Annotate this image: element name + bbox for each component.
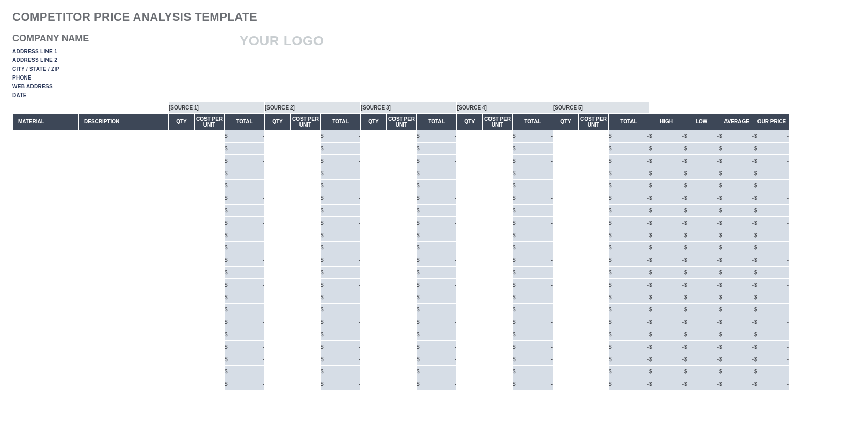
cell-qty[interactable] bbox=[457, 180, 483, 192]
cell-total[interactable]: $- bbox=[321, 143, 361, 155]
cell-average[interactable]: $- bbox=[719, 254, 754, 267]
cell-total[interactable]: $- bbox=[417, 130, 457, 143]
cell-total[interactable]: $- bbox=[225, 254, 265, 267]
logo-placeholder[interactable]: YOUR LOGO bbox=[240, 33, 324, 49]
cell-qty[interactable] bbox=[265, 353, 291, 366]
cell-description[interactable] bbox=[79, 291, 169, 304]
cell-cpu[interactable] bbox=[195, 304, 225, 316]
cell-total[interactable]: $- bbox=[609, 366, 649, 378]
cell-average[interactable]: $- bbox=[719, 291, 754, 304]
cell-total[interactable]: $- bbox=[225, 328, 265, 341]
cell-high[interactable]: $- bbox=[649, 366, 684, 378]
cell-material[interactable] bbox=[13, 167, 79, 180]
cell-qty[interactable] bbox=[457, 366, 483, 378]
cell-qty[interactable] bbox=[361, 353, 387, 366]
cell-our-price[interactable]: $- bbox=[754, 217, 790, 229]
cell-high[interactable]: $- bbox=[649, 180, 684, 192]
cell-total[interactable]: $- bbox=[225, 291, 265, 304]
cell-average[interactable]: $- bbox=[719, 279, 754, 291]
cell-cpu[interactable] bbox=[579, 366, 609, 378]
cell-qty[interactable] bbox=[169, 205, 195, 217]
cell-cpu[interactable] bbox=[387, 341, 417, 353]
cell-total[interactable]: $- bbox=[321, 130, 361, 143]
cell-cpu[interactable] bbox=[195, 205, 225, 217]
cell-total[interactable]: $- bbox=[417, 316, 457, 328]
cell-total[interactable]: $- bbox=[321, 316, 361, 328]
cell-qty[interactable] bbox=[169, 143, 195, 155]
cell-description[interactable] bbox=[79, 192, 169, 205]
cell-total[interactable]: $- bbox=[321, 180, 361, 192]
address-line-2[interactable]: ADDRESS LINE 2 bbox=[12, 56, 240, 65]
cell-qty[interactable] bbox=[553, 378, 579, 390]
cell-low[interactable]: $- bbox=[684, 155, 719, 167]
cell-material[interactable] bbox=[13, 217, 79, 229]
cell-cpu[interactable] bbox=[195, 155, 225, 167]
cell-high[interactable]: $- bbox=[649, 316, 684, 328]
cell-qty[interactable] bbox=[457, 130, 483, 143]
cell-low[interactable]: $- bbox=[684, 130, 719, 143]
cell-total[interactable]: $- bbox=[513, 316, 553, 328]
cell-qty[interactable] bbox=[457, 328, 483, 341]
cell-qty[interactable] bbox=[361, 378, 387, 390]
cell-total[interactable]: $- bbox=[609, 267, 649, 279]
cell-total[interactable]: $- bbox=[225, 130, 265, 143]
cell-our-price[interactable]: $- bbox=[754, 229, 790, 242]
cell-cpu[interactable] bbox=[387, 353, 417, 366]
cell-description[interactable] bbox=[79, 130, 169, 143]
cell-cpu[interactable] bbox=[483, 217, 513, 229]
cell-cpu[interactable] bbox=[195, 130, 225, 143]
cell-qty[interactable] bbox=[457, 217, 483, 229]
cell-total[interactable]: $- bbox=[225, 205, 265, 217]
cell-qty[interactable] bbox=[361, 205, 387, 217]
cell-qty[interactable] bbox=[265, 229, 291, 242]
cell-total[interactable]: $- bbox=[609, 143, 649, 155]
cell-cpu[interactable] bbox=[387, 291, 417, 304]
cell-cpu[interactable] bbox=[579, 328, 609, 341]
cell-cpu[interactable] bbox=[291, 155, 321, 167]
cell-total[interactable]: $- bbox=[609, 291, 649, 304]
cell-cpu[interactable] bbox=[579, 229, 609, 242]
cell-total[interactable]: $- bbox=[225, 242, 265, 254]
cell-cpu[interactable] bbox=[291, 167, 321, 180]
cell-total[interactable]: $- bbox=[321, 217, 361, 229]
cell-total[interactable]: $- bbox=[513, 155, 553, 167]
cell-total[interactable]: $- bbox=[609, 217, 649, 229]
cell-cpu[interactable] bbox=[483, 143, 513, 155]
cell-cpu[interactable] bbox=[483, 205, 513, 217]
cell-total[interactable]: $- bbox=[417, 143, 457, 155]
cell-total[interactable]: $- bbox=[417, 167, 457, 180]
cell-our-price[interactable]: $- bbox=[754, 316, 790, 328]
cell-qty[interactable] bbox=[457, 267, 483, 279]
cell-qty[interactable] bbox=[361, 316, 387, 328]
cell-average[interactable]: $- bbox=[719, 192, 754, 205]
cell-cpu[interactable] bbox=[195, 267, 225, 279]
cell-qty[interactable] bbox=[553, 353, 579, 366]
cell-material[interactable] bbox=[13, 279, 79, 291]
cell-cpu[interactable] bbox=[387, 130, 417, 143]
cell-description[interactable] bbox=[79, 205, 169, 217]
cell-total[interactable]: $- bbox=[225, 353, 265, 366]
cell-qty[interactable] bbox=[265, 155, 291, 167]
source-4-header[interactable]: [SOURCE 4] bbox=[457, 102, 553, 114]
cell-cpu[interactable] bbox=[483, 341, 513, 353]
cell-material[interactable] bbox=[13, 341, 79, 353]
cell-total[interactable]: $- bbox=[513, 180, 553, 192]
cell-high[interactable]: $- bbox=[649, 143, 684, 155]
cell-cpu[interactable] bbox=[291, 291, 321, 304]
cell-qty[interactable] bbox=[169, 341, 195, 353]
cell-total[interactable]: $- bbox=[225, 167, 265, 180]
cell-qty[interactable] bbox=[457, 242, 483, 254]
cell-total[interactable]: $- bbox=[609, 180, 649, 192]
cell-qty[interactable] bbox=[265, 205, 291, 217]
cell-qty[interactable] bbox=[457, 192, 483, 205]
cell-qty[interactable] bbox=[553, 217, 579, 229]
cell-qty[interactable] bbox=[361, 229, 387, 242]
cell-total[interactable]: $- bbox=[513, 328, 553, 341]
cell-qty[interactable] bbox=[169, 279, 195, 291]
cell-qty[interactable] bbox=[169, 130, 195, 143]
cell-cpu[interactable] bbox=[579, 217, 609, 229]
cell-material[interactable] bbox=[13, 254, 79, 267]
cell-total[interactable]: $- bbox=[417, 217, 457, 229]
cell-cpu[interactable] bbox=[291, 254, 321, 267]
cell-description[interactable] bbox=[79, 143, 169, 155]
